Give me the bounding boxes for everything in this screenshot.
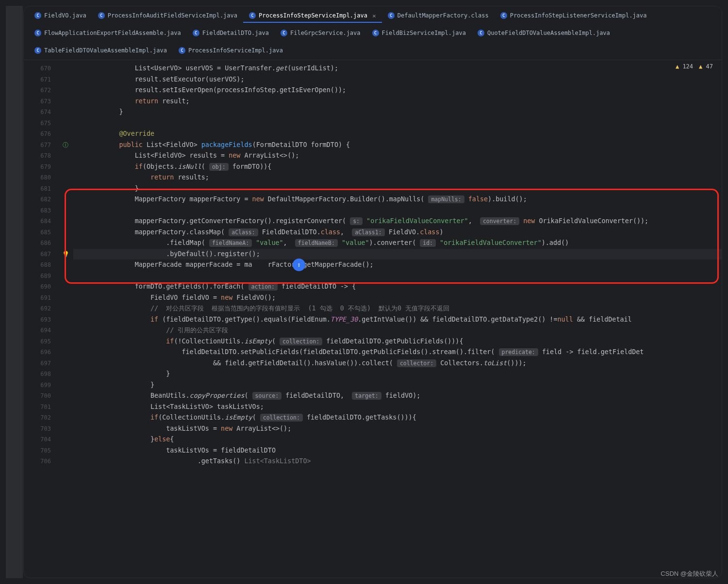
editor-tab[interactable]: CTableFieldDTOValueAssembleImpl.java: [29, 44, 173, 58]
code-line[interactable]: fieldDetailDTO.setPublicFields(fieldDeta…: [88, 347, 722, 358]
code-line[interactable]: taskListVOs = fieldDetailDTO: [88, 445, 722, 456]
line-number[interactable]: 677: [24, 140, 51, 151]
parameter-hint: predicate:: [499, 348, 538, 356]
watermark: CSDN @金陵砍柴人: [661, 569, 718, 578]
left-tool-strip[interactable]: [6, 6, 23, 578]
line-number[interactable]: 684: [24, 216, 51, 227]
code-area[interactable]: List<UserVO> userVOS = UserTransfer.get(…: [73, 60, 722, 578]
line-number[interactable]: 681: [24, 183, 51, 195]
code-line[interactable]: // 引用的公共区字段: [88, 325, 722, 336]
line-number[interactable]: 689: [24, 271, 51, 282]
line-number[interactable]: 690: [24, 281, 51, 292]
code-line[interactable]: // 对公共区字段 根据当范围内的字段有值时显示 (1 勾选 0 不勾选) 默认…: [88, 303, 722, 314]
inspection-widget[interactable]: ▲ 124 ▲ 47: [676, 63, 713, 70]
code-line[interactable]: result.setIsEverOpen(processInfoStep.get…: [88, 85, 722, 96]
line-number[interactable]: 704: [24, 434, 51, 445]
code-line[interactable]: if(!CollectionUtils.isEmpty( collection:…: [88, 336, 722, 347]
editor-tab[interactable]: CFieldVO.java: [29, 9, 92, 23]
code-line[interactable]: public List<FieldVO> packageFields(FormD…: [88, 140, 722, 151]
editor-tab[interactable]: CProcessInfoAuditFieldServiceImpl.java: [92, 9, 243, 23]
line-number[interactable]: 672: [24, 85, 51, 96]
code-line[interactable]: }: [88, 107, 722, 118]
line-number[interactable]: 694: [24, 325, 51, 336]
code-line[interactable]: FieldVO fieldVO = new FieldVO();: [88, 292, 722, 304]
marker-gutter[interactable]: Ⓘ 💡: [58, 60, 73, 578]
ai-assist-popup-icon[interactable]: ⇪: [293, 259, 305, 271]
code-line[interactable]: if(Objects.isNull( obj: formDTO)){: [88, 162, 722, 173]
code-line[interactable]: @Override: [88, 129, 722, 140]
editor-tab[interactable]: CProcessInfoServiceImpl.java: [173, 44, 289, 58]
line-number[interactable]: 693: [24, 314, 51, 325]
line-number[interactable]: 686: [24, 238, 51, 249]
line-number[interactable]: 670: [24, 63, 51, 74]
editor-tab[interactable]: CQuoteFieldDTOValueAssembleImpl.java: [472, 27, 616, 40]
intention-bulb-icon[interactable]: 💡: [62, 251, 69, 258]
line-number-gutter[interactable]: 6706716726736746756766776786796806816826…: [24, 60, 58, 578]
close-icon[interactable]: ×: [372, 12, 376, 19]
editor-tab[interactable]: CProcessInfoStepServiceImpl.java×: [243, 9, 382, 23]
line-number[interactable]: 680: [24, 172, 51, 183]
code-line[interactable]: .fieldMap( fieldNameA: "value", fieldNam…: [88, 238, 722, 249]
line-number[interactable]: 675: [24, 118, 51, 129]
line-number[interactable]: 702: [24, 412, 51, 423]
editor-tab[interactable]: CFlowApplicationExportFieldAssemble.java: [29, 27, 187, 40]
line-number[interactable]: 679: [24, 162, 51, 173]
class-file-icon: C: [478, 30, 484, 36]
code-line[interactable]: }: [88, 380, 722, 391]
code-line[interactable]: taskListVOs = new ArrayList<>();: [88, 423, 722, 435]
line-number[interactable]: 697: [24, 358, 51, 369]
line-number[interactable]: 676: [24, 129, 51, 140]
code-line[interactable]: [88, 118, 722, 129]
code-line[interactable]: MapperFacade mapperFacade = ma rFactory.…: [88, 260, 722, 271]
editor-tab[interactable]: CFieldBizServiceImpl.java: [366, 27, 472, 40]
line-number[interactable]: 673: [24, 96, 51, 107]
code-line[interactable]: }: [88, 183, 722, 195]
code-line[interactable]: return result;: [88, 96, 722, 107]
code-line[interactable]: MapperFactory mapperFactory = new Defaul…: [88, 194, 722, 205]
code-line[interactable]: List<TaskListVO> taskListVOs;: [88, 402, 722, 413]
line-number[interactable]: 674: [24, 107, 51, 118]
code-line[interactable]: mapperFactory.getConverterFactory().regi…: [88, 216, 722, 227]
line-number[interactable]: 683: [24, 205, 51, 216]
code-line[interactable]: [88, 271, 722, 282]
code-line[interactable]: && field.getFieldDetail().hasValue()).co…: [88, 358, 722, 369]
code-line[interactable]: .getTasks() List<TaskListDTO>: [88, 456, 722, 467]
line-number[interactable]: 705: [24, 445, 51, 456]
code-line[interactable]: result.setExecutor(userVOS);: [88, 74, 722, 85]
editor-tab[interactable]: CDefaultMapperFactory.class: [382, 9, 495, 23]
editor-tab[interactable]: CFileGrpcService.java: [275, 27, 366, 40]
line-number[interactable]: 671: [24, 74, 51, 85]
code-line[interactable]: List<UserVO> userVOS = UserTransfer.get(…: [88, 63, 722, 74]
editor-tab[interactable]: CFieldDetailDTO.java: [187, 27, 275, 40]
line-number[interactable]: 698: [24, 369, 51, 380]
line-number[interactable]: 696: [24, 347, 51, 358]
line-number[interactable]: 687: [24, 249, 51, 260]
line-number[interactable]: 678: [24, 150, 51, 162]
line-number[interactable]: 700: [24, 390, 51, 402]
line-number[interactable]: 699: [24, 380, 51, 391]
line-number[interactable]: 701: [24, 402, 51, 413]
line-number[interactable]: 685: [24, 227, 51, 238]
code-line[interactable]: return results;: [88, 172, 722, 183]
editor[interactable]: ▲ 124 ▲ 47 67067167267367467567667767867…: [24, 60, 722, 578]
code-line[interactable]: if(CollectionUtils.isEmpty( collection: …: [88, 412, 722, 423]
line-number[interactable]: 695: [24, 336, 51, 347]
code-line[interactable]: mapperFactory.classMap( aClass: FieldDet…: [88, 227, 722, 238]
override-gutter-icon[interactable]: Ⓘ: [63, 142, 68, 148]
line-number[interactable]: 688: [24, 260, 51, 271]
code-line[interactable]: BeanUtils.copyProperties( source: fieldD…: [88, 390, 722, 402]
code-line[interactable]: [88, 205, 722, 216]
code-line[interactable]: if (fieldDetailDTO.getType().equals(Fiel…: [88, 314, 722, 325]
line-number[interactable]: 682: [24, 194, 51, 205]
line-number[interactable]: 692: [24, 303, 51, 314]
code-line[interactable]: formDTO.getFields().forEach( action: fie…: [88, 281, 722, 292]
code-line[interactable]: }else{: [88, 434, 722, 445]
line-number[interactable]: 703: [24, 423, 51, 435]
code-line[interactable]: List<FieldVO> results = new ArrayList<>(…: [88, 150, 722, 162]
line-number[interactable]: 691: [24, 292, 51, 304]
code-line[interactable]: }: [88, 369, 722, 380]
editor-tab[interactable]: CProcessInfoStepListenerServiceImpl.java: [495, 9, 653, 23]
warning-count-2: 47: [706, 63, 713, 70]
code-line[interactable]: .byDefault().register();: [88, 249, 722, 260]
line-number[interactable]: 706: [24, 456, 51, 467]
